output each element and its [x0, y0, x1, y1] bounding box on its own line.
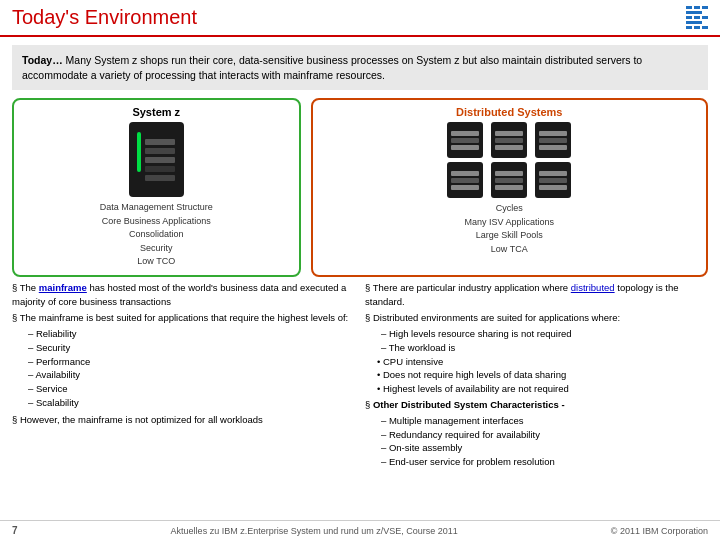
distributed-link[interactable]: distributed	[571, 282, 615, 293]
sub-security: Security	[28, 341, 355, 355]
mf-slot-2	[145, 148, 175, 154]
dist-systems-box: Distributed Systems	[311, 98, 709, 277]
server-2	[491, 122, 527, 158]
right-bullet-3: § Other Distributed System Characteristi…	[365, 398, 708, 412]
sub-reliability: Reliability	[28, 327, 355, 341]
mf-slot-4	[145, 166, 175, 172]
intro-text: Many System z shops run their core, data…	[22, 54, 642, 81]
bullets-area: § The mainframe has hosted most of the w…	[12, 281, 708, 469]
sub-performance: Performance	[28, 355, 355, 369]
server-1	[447, 122, 483, 158]
right-subsub: CPU intensive Does not require high leve…	[377, 355, 708, 396]
dist-desc: Cycles Many ISV Applications Large Skill…	[319, 202, 701, 256]
sub-service: Service	[28, 382, 355, 396]
mf-slot-1	[145, 139, 175, 145]
mainframe-illustration	[129, 122, 184, 197]
system-z-desc: Data Management Structure Core Business …	[20, 201, 293, 269]
intro-box: Today… Many System z shops run their cor…	[12, 45, 708, 90]
right-bullet-1: § There are particular industry applicat…	[365, 281, 708, 309]
right-subsub-c: Highest levels of availability are not r…	[377, 382, 708, 396]
page-number: 7	[12, 525, 18, 536]
right-bullet-2: § Distributed environments are suited fo…	[365, 311, 708, 325]
server-row-1	[447, 122, 571, 158]
right-sub-1: High levels resource sharing is not requ…	[381, 327, 708, 355]
sub-availability: Availability	[28, 368, 355, 382]
right-sub-3b: Redundancy required for availability	[381, 428, 708, 442]
mainframe-green-bar	[137, 132, 141, 172]
right-sub-1b: The workload is	[381, 341, 708, 355]
diagrams-area: System z Data Management Structure Core …	[12, 98, 708, 277]
bullet-3: § However, the mainframe is not optimize…	[12, 413, 355, 427]
server-4	[447, 162, 483, 198]
server-6	[535, 162, 571, 198]
intro-bold: Today…	[22, 54, 63, 66]
footer: 7 Aktuelles zu IBM z.Enterprise System u…	[0, 520, 720, 540]
mf-slot-3	[145, 157, 175, 163]
system-z-box: System z Data Management Structure Core …	[12, 98, 301, 277]
page-header: Today's Environment	[0, 0, 720, 37]
left-bullets: § The mainframe has hosted most of the w…	[12, 281, 355, 469]
footer-center: Aktuelles zu IBM z.Enterprise System und…	[171, 526, 458, 536]
system-z-title: System z	[20, 106, 293, 118]
right-sub-3: Multiple management interfaces Redundanc…	[381, 414, 708, 469]
server-5	[491, 162, 527, 198]
right-subsub-a: CPU intensive	[377, 355, 708, 369]
bullet-2-sublist: Reliability Security Performance Availab…	[28, 327, 355, 410]
right-subsub-b: Does not require high levels of data sha…	[377, 368, 708, 382]
bullet-1: § The mainframe has hosted most of the w…	[12, 281, 355, 309]
right-sub-3a: Multiple management interfaces	[381, 414, 708, 428]
server-3	[535, 122, 571, 158]
mf-slot-5	[145, 175, 175, 181]
right-sub-3d: End-user service for problem resolution	[381, 455, 708, 469]
footer-copyright: © 2011 IBM Corporation	[611, 526, 708, 536]
right-sub-1a: High levels resource sharing is not requ…	[381, 327, 708, 341]
ibm-logo	[686, 6, 708, 29]
dist-title: Distributed Systems	[319, 106, 701, 118]
mainframe-link[interactable]: mainframe	[39, 282, 87, 293]
bullet-2: § The mainframe is best suited for appli…	[12, 311, 355, 325]
page-title: Today's Environment	[12, 6, 197, 29]
sub-scalability: Scalability	[28, 396, 355, 410]
right-bullets: § There are particular industry applicat…	[365, 281, 708, 469]
server-row-2	[447, 162, 571, 198]
right-sub-3c: On-site assembly	[381, 441, 708, 455]
